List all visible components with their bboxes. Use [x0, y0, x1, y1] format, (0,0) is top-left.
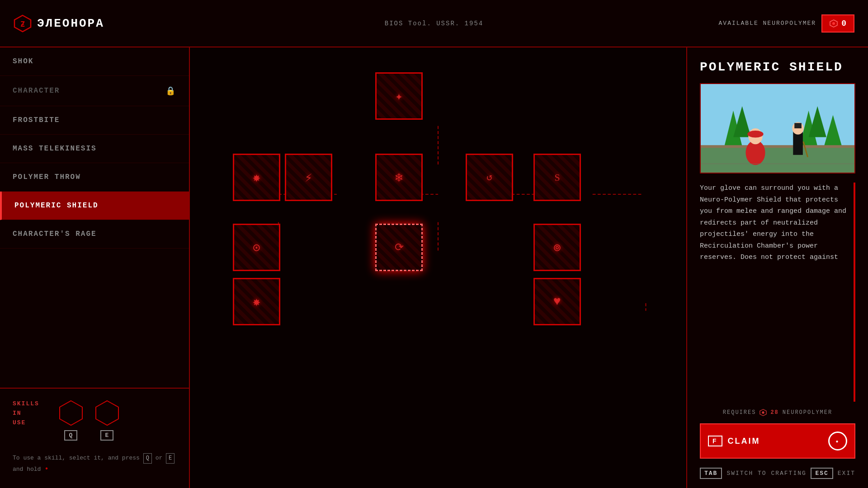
skill-description: Your glove can surround you with a Neuro…: [700, 183, 855, 402]
claim-circle-icon: ●: [828, 432, 847, 450]
skill-node-2[interactable]: ✸: [233, 154, 280, 201]
right-panel: POLYMERIC SHIELD: [687, 47, 868, 488]
neuropolymer-icon: [830, 19, 838, 28]
hint-dot: •: [44, 465, 49, 473]
tab-label: SWITCH TO CRAFTING: [726, 470, 806, 477]
skills-panel: SKILLS IN USE Q: [0, 389, 189, 488]
sidebar-item-polymer-throw[interactable]: POLYMER THROW: [0, 163, 189, 192]
skill-slot-q-hex: [57, 399, 85, 427]
sidebar-item-mass-telekinesis[interactable]: MASS TELEKINESIS: [0, 135, 189, 163]
requires-icon: [760, 409, 767, 416]
neuropolymer-value: 0: [841, 19, 846, 28]
svg-marker-4: [60, 401, 82, 425]
skill-node-8[interactable]: ⟳: [375, 224, 423, 271]
sidebar-item-shok[interactable]: SHOK: [0, 47, 189, 76]
skill-node-6[interactable]: S: [533, 154, 581, 201]
skill-node-7[interactable]: ⊙: [233, 224, 280, 271]
skill-node-11[interactable]: ♥: [533, 278, 581, 325]
skill-node-5[interactable]: ↺: [466, 154, 513, 201]
svg-point-3: [832, 22, 835, 25]
skill-detail-title: POLYMERIC SHIELD: [700, 60, 855, 74]
cartoon-scene: [701, 84, 854, 173]
skill-node-9[interactable]: ⊚: [533, 224, 581, 271]
svg-point-25: [747, 131, 763, 138]
skill-slot-e-hex: [94, 399, 121, 427]
sidebar-item-polymeric-shield[interactable]: POLYMERIC SHIELD: [0, 192, 189, 220]
skill-slots: Q E: [57, 399, 121, 441]
skill-node-1[interactable]: ✦: [375, 72, 423, 120]
skill-slot-e: E: [94, 399, 121, 441]
neuropolymer-label: AVAILABLE NEUROPOLYMER: [719, 20, 816, 27]
sidebar-item-character[interactable]: CHARACTER 🔒: [0, 76, 189, 106]
header: Ƶ ЭЛЕОНОРА BIOS Tool. USSR. 1954 AVAILAB…: [0, 0, 868, 47]
skill-tree: ✦ ✸ ⚡ ❄ ↺ S ⊙ ⟳ ⊚ ✸ ♥: [190, 47, 687, 488]
svg-rect-16: [701, 146, 854, 173]
character-name: ЭЛЕОНОРА: [37, 17, 104, 30]
claim-button[interactable]: F CLAIM ●: [700, 423, 855, 459]
requires-amount: 28: [770, 409, 778, 416]
skills-hint: To use a skill, select it, and press Q o…: [13, 453, 176, 475]
skills-in-use-title: SKILLS IN USE: [13, 399, 39, 427]
switch-to-crafting-button[interactable]: TAB SWITCH TO CRAFTING: [700, 468, 807, 479]
logo-icon: Ƶ: [14, 14, 32, 33]
neuropolymer-count: 0: [821, 14, 854, 33]
skill-node-3[interactable]: ⚡: [285, 154, 332, 201]
key-e-badge: E: [100, 430, 113, 441]
requires-unit: NEUROPOLYMER: [783, 409, 832, 416]
sidebar-item-characters-rage[interactable]: CHARACTER'S RAGE: [0, 220, 189, 249]
bottom-nav: TAB SWITCH TO CRAFTING ESC EXIT: [700, 468, 855, 479]
lock-icon: 🔒: [165, 86, 176, 96]
skill-node-10[interactable]: ✸: [233, 278, 280, 325]
claim-label: CLAIM: [728, 436, 760, 446]
svg-text:Ƶ: Ƶ: [20, 21, 25, 29]
hint-key-q: Q: [143, 453, 152, 464]
logo-area: Ƶ ЭЛЕОНОРА: [14, 14, 104, 33]
sidebar: SHOK CHARACTER 🔒 FROSTBITE MASS TELEKINE…: [0, 47, 190, 488]
neuropolymer-area: AVAILABLE NEUROPOLYMER 0: [719, 14, 854, 33]
key-q-badge: Q: [64, 430, 77, 441]
svg-rect-28: [794, 123, 802, 128]
tab-key: TAB: [700, 468, 722, 479]
bios-label: BIOS Tool. USSR. 1954: [385, 20, 483, 27]
skill-node-4[interactable]: ❄: [375, 154, 423, 201]
hint-key-e: E: [166, 453, 175, 464]
skill-list: SHOK CHARACTER 🔒 FROSTBITE MASS TELEKINE…: [0, 47, 189, 389]
exit-button[interactable]: ESC EXIT: [811, 468, 855, 479]
svg-rect-22: [701, 145, 854, 148]
svg-point-32: [762, 411, 764, 413]
esc-label: EXIT: [838, 470, 855, 477]
claim-key: F: [708, 436, 722, 446]
skill-slot-q: Q: [57, 399, 85, 441]
skill-image: [700, 83, 855, 174]
sidebar-item-frostbite[interactable]: FROSTBITE: [0, 106, 189, 135]
skill-requires: REQUIRES 28 NEUROPOLYMER: [700, 409, 855, 416]
main-layout: SHOK CHARACTER 🔒 FROSTBITE MASS TELEKINE…: [0, 47, 868, 488]
svg-marker-5: [96, 401, 118, 425]
esc-key: ESC: [811, 468, 833, 479]
